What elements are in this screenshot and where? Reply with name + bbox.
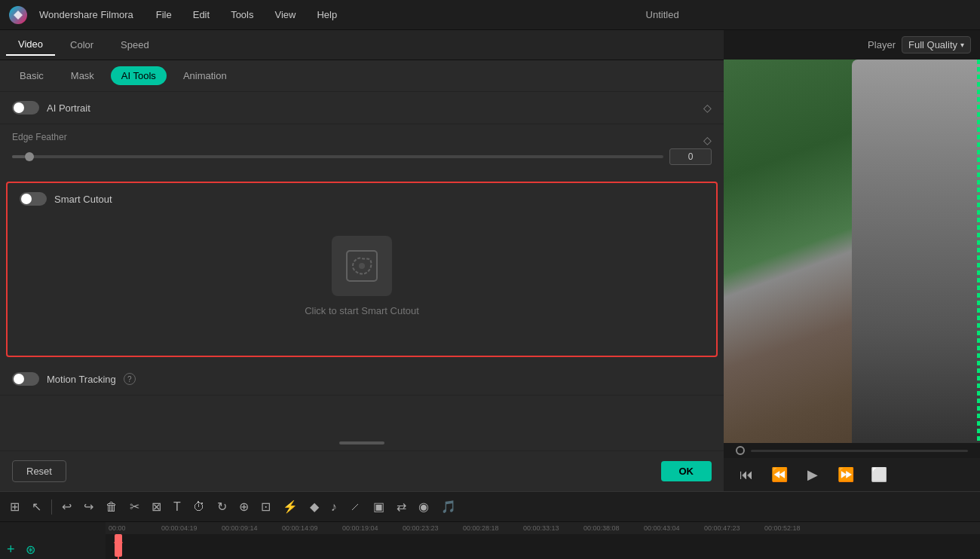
tl-trim-button[interactable]: ⊡ — [257, 496, 274, 517]
ok-button[interactable]: OK — [661, 461, 712, 481]
edge-feather-diamond-icon: ◇ — [703, 134, 712, 146]
ruler-10: 00:00:47:23 — [704, 524, 764, 532]
cutout-placeholder-text: Click to start Smart Cutout — [305, 305, 419, 316]
tl-undo-button[interactable]: ↩ — [58, 496, 75, 517]
sub-tab-ai-tools[interactable]: AI Tools — [111, 66, 167, 85]
tl-transition-button[interactable]: ⇄ — [393, 496, 410, 517]
cutout-placeholder[interactable]: Click to start Smart Cutout — [20, 206, 704, 347]
tl-link-button[interactable]: ⊛ — [22, 539, 39, 559]
video-preview — [724, 60, 980, 443]
ruler-0: 00:00 — [109, 524, 161, 532]
ai-portrait-section: AI Portrait ◇ — [0, 92, 724, 124]
ruler-3: 00:00:14:09 — [282, 524, 342, 532]
tl-keyframe-button[interactable]: ◆ — [306, 496, 323, 517]
player-controls: ⏮ ⏪ ▶ ⏩ ⬜ — [724, 458, 980, 491]
sub-tabs: Basic Mask AI Tools Animation — [0, 60, 724, 92]
tl-grid-button[interactable]: ⊞ — [6, 496, 23, 517]
bottom-buttons: Reset OK — [0, 451, 724, 491]
ai-portrait-diamond-icon: ◇ — [703, 102, 712, 114]
smart-cutout-toggle[interactable] — [20, 192, 47, 206]
tl-pip-button[interactable]: ▣ — [369, 496, 388, 517]
motion-tracking-label: Motion Tracking — [47, 374, 116, 385]
video-canvas — [724, 60, 980, 443]
main-area: Video Color Speed Basic Mask AI Tools An… — [0, 30, 980, 491]
tl-cursor-button[interactable]: ↖ — [28, 496, 45, 517]
edge-feather-fill — [12, 155, 25, 158]
tab-color[interactable]: Color — [58, 35, 106, 55]
content-panel: AI Portrait ◇ Edge Feather ◇ 0 — [0, 92, 724, 435]
svg-point-1 — [359, 263, 365, 269]
left-panel: Video Color Speed Basic Mask AI Tools An… — [0, 30, 724, 491]
ai-portrait-label: AI Portrait — [47, 102, 90, 114]
edge-feather-slider-row: 0 — [12, 148, 712, 165]
tl-divider-1 — [51, 499, 52, 515]
edge-feather-track[interactable] — [12, 155, 663, 158]
ai-portrait-toggle[interactable] — [12, 101, 39, 115]
tl-speed-button[interactable]: ⚡ — [279, 496, 302, 517]
ruler-4: 00:00:19:04 — [342, 524, 403, 532]
right-panel: Player Full Quality ▾ ⏮ ⏪ ▶ ⏩ — [724, 30, 980, 491]
tl-delete-button[interactable]: 🗑 — [102, 497, 121, 517]
main-tabs: Video Color Speed — [0, 30, 724, 60]
timeline-left-controls: + ⊛ — [0, 522, 106, 559]
edge-feather-thumb[interactable] — [25, 152, 34, 161]
tl-stabilize-button[interactable]: ◉ — [415, 496, 433, 517]
ruler-1: 00:00:04:19 — [161, 524, 222, 532]
tl-rotate-button[interactable]: ↻ — [213, 496, 231, 517]
motion-tracking-help-icon[interactable]: ? — [124, 373, 136, 385]
progress-dot[interactable] — [736, 446, 745, 455]
chevron-down-icon: ▾ — [960, 41, 964, 49]
step-back-button[interactable]: ⏪ — [769, 464, 790, 485]
motion-tracking-section: Motion Tracking ? — [0, 363, 724, 396]
edge-feather-label: Edge Feather — [12, 132, 67, 142]
window-title: Untitled — [354, 9, 971, 20]
ruler-11: 00:00:52:18 — [764, 524, 825, 532]
tab-speed[interactable]: Speed — [109, 35, 161, 55]
sub-tab-animation[interactable]: Animation — [173, 66, 237, 85]
ruler-8: 00:00:38:08 — [583, 524, 644, 532]
menu-view[interactable]: View — [270, 8, 300, 22]
player-label: Player — [868, 39, 896, 50]
menu-help[interactable]: Help — [312, 8, 341, 22]
playhead[interactable] — [118, 534, 119, 559]
smart-cutout-toggle-row: Smart Cutout — [20, 192, 704, 206]
ruler-5: 00:00:23:23 — [403, 524, 463, 532]
play-pause-button[interactable]: ▶ — [802, 464, 823, 485]
tl-audio2-button[interactable]: 🎵 — [437, 496, 460, 517]
tl-split-button[interactable]: ⟋ — [345, 497, 365, 517]
sub-tab-basic[interactable]: Basic — [9, 66, 54, 85]
scroll-indicator — [0, 435, 724, 451]
edge-feather-value[interactable]: 0 — [669, 148, 712, 165]
fullscreen-button[interactable]: ⬜ — [868, 464, 890, 485]
player-header: Player Full Quality ▾ — [724, 30, 980, 60]
cutout-icon — [332, 236, 392, 296]
menu-edit[interactable]: Edit — [188, 8, 214, 22]
tl-text-button[interactable]: T — [170, 497, 185, 517]
track-row — [106, 534, 980, 559]
quality-selector[interactable]: Full Quality ▾ — [902, 36, 971, 53]
tl-add-track-button[interactable]: + — [3, 539, 19, 559]
ruler-2: 00:00:09:14 — [222, 524, 282, 532]
timeline-ruler: 00:00 00:00:04:19 00:00:09:14 00:00:14:0… — [106, 522, 980, 534]
menu-file[interactable]: File — [152, 8, 176, 22]
tl-crop-button[interactable]: ⊠ — [148, 496, 165, 517]
reset-button[interactable]: Reset — [12, 460, 66, 482]
tl-scissors-button[interactable]: ✂ — [126, 496, 143, 517]
timeline-content: + ⊛ 00:00 00:00:04:19 00:00:09:14 00:00:… — [0, 522, 980, 559]
tl-clock-button[interactable]: ⏱ — [189, 497, 209, 517]
progress-track[interactable] — [751, 450, 968, 452]
tl-audio-button[interactable]: ♪ — [327, 497, 341, 517]
motion-tracking-toggle[interactable] — [12, 372, 39, 386]
ai-portrait-toggle-row: AI Portrait — [12, 101, 90, 115]
sub-tab-mask[interactable]: Mask — [60, 66, 105, 85]
timeline: ⊞ ↖ ↩ ↪ 🗑 ✂ ⊠ T ⏱ ↻ ⊕ ⊡ ⚡ ◆ ♪ ⟋ ▣ ⇄ ◉ 🎵 … — [0, 491, 980, 559]
menu-tools[interactable]: Tools — [226, 8, 258, 22]
tl-redo-button[interactable]: ↪ — [80, 496, 97, 517]
ruler-9: 00:00:43:04 — [644, 524, 704, 532]
ruler-7: 00:00:33:13 — [523, 524, 583, 532]
step-forward-button[interactable]: ⏩ — [835, 464, 856, 485]
go-to-start-button[interactable]: ⏮ — [736, 464, 757, 485]
tab-video[interactable]: Video — [6, 34, 55, 56]
edge-feather-section: Edge Feather ◇ 0 — [0, 124, 724, 176]
tl-insert-button[interactable]: ⊕ — [235, 496, 253, 517]
